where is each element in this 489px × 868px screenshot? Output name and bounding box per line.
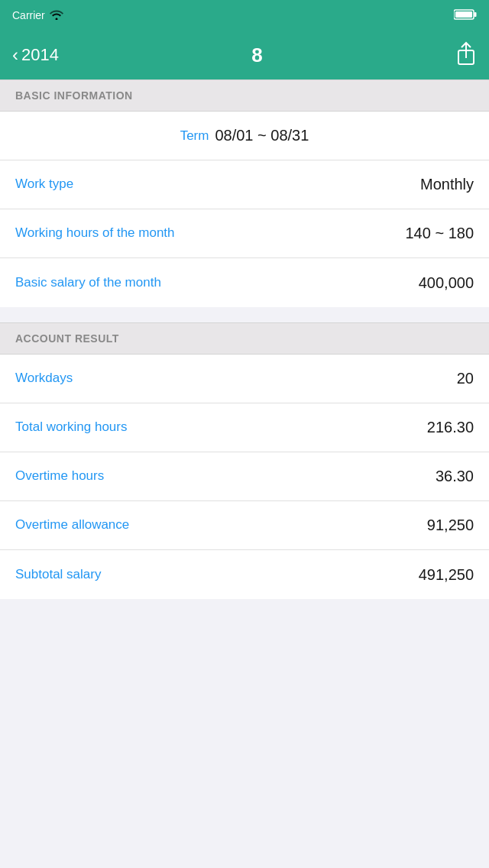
nav-bar: ‹ 2014 8 (0, 31, 489, 79)
overtime-hours-row: Overtime hours 36.30 (0, 452, 489, 501)
share-button[interactable] (455, 41, 477, 69)
battery-icon (454, 8, 477, 23)
working-hours-row: Working hours of the month 140 ~ 180 (0, 209, 489, 258)
work-type-label: Work type (15, 176, 73, 193)
workdays-row: Workdays 20 (0, 355, 489, 403)
total-working-hours-row: Total working hours 216.30 (0, 403, 489, 452)
workdays-value: 20 (457, 370, 474, 387)
workdays-label: Workdays (15, 370, 73, 387)
subtotal-salary-label: Subtotal salary (15, 566, 101, 583)
nav-title: 8 (251, 44, 262, 67)
overtime-allowance-value: 91,250 (427, 517, 474, 534)
term-row: Term 08/01 ~ 08/31 (0, 112, 489, 160)
account-result-header: ACCOUNT RESULT (0, 322, 489, 355)
account-result-section: Workdays 20 Total working hours 216.30 O… (0, 355, 489, 599)
work-type-row: Work type Monthly (0, 160, 489, 209)
chevron-left-icon: ‹ (12, 44, 18, 66)
work-type-value: Monthly (420, 176, 474, 193)
overtime-hours-value: 36.30 (436, 468, 474, 485)
overtime-allowance-row: Overtime allowance 91,250 (0, 501, 489, 550)
basic-salary-row: Basic salary of the month 400,000 (0, 258, 489, 307)
back-button[interactable]: ‹ 2014 (12, 44, 59, 66)
svg-rect-1 (474, 12, 477, 17)
spacer-1 (0, 307, 489, 322)
status-bar: Carrier (0, 0, 489, 31)
basic-salary-value: 400,000 (419, 274, 474, 292)
svg-rect-2 (455, 11, 472, 18)
total-working-hours-label: Total working hours (15, 419, 127, 436)
subtotal-salary-row: Subtotal salary 491,250 (0, 550, 489, 599)
overtime-allowance-label: Overtime allowance (15, 517, 129, 533)
basic-info-section: Term 08/01 ~ 08/31 Work type Monthly Wor… (0, 112, 489, 307)
wifi-icon (50, 9, 63, 22)
term-value: 08/01 ~ 08/31 (215, 127, 309, 144)
working-hours-value: 140 ~ 180 (405, 225, 474, 242)
back-year-label: 2014 (21, 45, 59, 65)
subtotal-salary-value: 491,250 (419, 566, 474, 584)
carrier-label: Carrier (12, 9, 45, 21)
working-hours-label: Working hours of the month (15, 225, 175, 241)
total-working-hours-value: 216.30 (427, 419, 474, 436)
term-label: Term (180, 128, 209, 144)
overtime-hours-label: Overtime hours (15, 468, 104, 484)
basic-info-header: BASIC INFORMATION (0, 79, 489, 112)
basic-salary-label: Basic salary of the month (15, 274, 161, 291)
